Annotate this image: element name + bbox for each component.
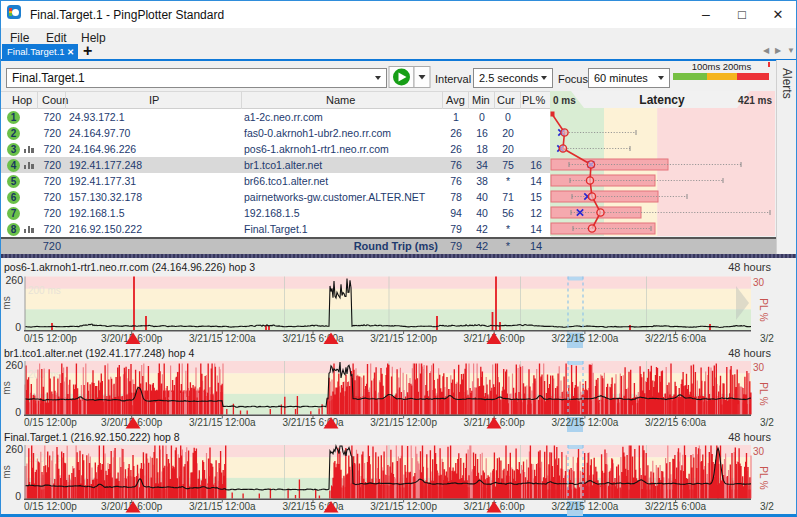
svg-text:PL %: PL % bbox=[758, 466, 769, 490]
svg-text:3/22/15 6:00a: 3/22/15 6:00a bbox=[645, 501, 707, 512]
svg-text:260: 260 bbox=[5, 359, 23, 371]
svg-text:Final.Target.1 (216.92.150.222: Final.Target.1 (216.92.150.222) hop 8 bbox=[4, 431, 180, 443]
svg-text:3/21/15 12:00a: 3/21/15 12:00a bbox=[189, 417, 256, 428]
svg-text:ms: ms bbox=[1, 381, 12, 394]
svg-text:260: 260 bbox=[5, 274, 23, 286]
svg-text:0: 0 bbox=[15, 321, 21, 333]
svg-text:3/21/15 12:00p: 3/21/15 12:00p bbox=[370, 501, 437, 512]
svg-text:260: 260 bbox=[5, 443, 23, 455]
svg-text:30: 30 bbox=[753, 362, 765, 373]
svg-text:PL %: PL % bbox=[758, 298, 769, 322]
svg-text:ms: ms bbox=[1, 465, 12, 478]
svg-text:Latency: Latency bbox=[639, 93, 685, 107]
svg-text:0/15 12:00p: 0/15 12:00p bbox=[24, 417, 77, 428]
svg-text:0: 0 bbox=[15, 406, 21, 418]
svg-text:0: 0 bbox=[15, 490, 21, 502]
svg-text:0 ms: 0 ms bbox=[553, 95, 576, 106]
svg-text:48 hours: 48 hours bbox=[728, 431, 771, 443]
svg-text:0/15 12:00p: 0/15 12:00p bbox=[24, 333, 77, 344]
svg-text:3/2: 3/2 bbox=[760, 501, 774, 512]
svg-text:100ms: 100ms bbox=[692, 61, 721, 72]
svg-text:br1.tco1.alter.net (192.41.177: br1.tco1.alter.net (192.41.177.248) hop … bbox=[4, 347, 194, 359]
svg-text:200 ms: 200 ms bbox=[28, 285, 61, 296]
svg-text:3/22/15 6:00a: 3/22/15 6:00a bbox=[645, 417, 707, 428]
svg-text:48 hours: 48 hours bbox=[728, 261, 771, 273]
svg-text:3/2: 3/2 bbox=[760, 417, 774, 428]
svg-text:30: 30 bbox=[753, 277, 765, 288]
svg-text:48 hours: 48 hours bbox=[728, 347, 771, 359]
svg-text:3/22/15 12:00a: 3/22/15 12:00a bbox=[552, 417, 619, 428]
svg-text:30: 30 bbox=[753, 446, 765, 457]
svg-text:PL %: PL % bbox=[758, 382, 769, 406]
svg-text:3/2: 3/2 bbox=[760, 333, 774, 344]
svg-text:3/22/15 6:00a: 3/22/15 6:00a bbox=[645, 333, 707, 344]
svg-text:ms: ms bbox=[1, 296, 12, 309]
svg-text:3/21/15 12:00a: 3/21/15 12:00a bbox=[189, 501, 256, 512]
svg-text:3/21/15 12:00a: 3/21/15 12:00a bbox=[189, 333, 256, 344]
svg-text:3/22/15 12:00a: 3/22/15 12:00a bbox=[552, 501, 619, 512]
svg-text:200ms: 200ms bbox=[723, 61, 752, 72]
svg-text:0/15 12:00p: 0/15 12:00p bbox=[24, 501, 77, 512]
svg-text:3/21/15 12:00p: 3/21/15 12:00p bbox=[370, 333, 437, 344]
svg-text:3/21/15 12:00p: 3/21/15 12:00p bbox=[370, 417, 437, 428]
svg-text:pos6-1.akrnoh1-rtr1.neo.rr.com: pos6-1.akrnoh1-rtr1.neo.rr.com (24.164.9… bbox=[4, 261, 255, 273]
svg-text:3/22/15 12:00a: 3/22/15 12:00a bbox=[552, 333, 619, 344]
svg-text:421 ms: 421 ms bbox=[738, 95, 772, 106]
